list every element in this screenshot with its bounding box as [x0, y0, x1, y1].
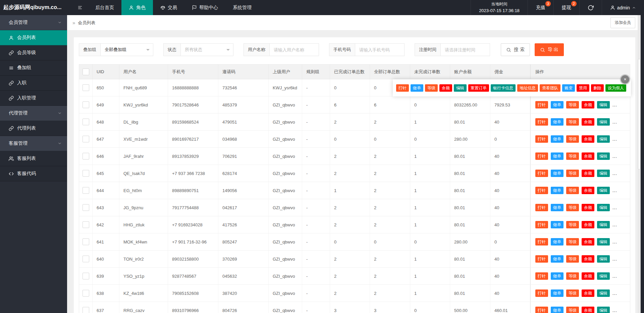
sidebar-group-客服管理[interactable]: 客服管理: [0, 136, 67, 151]
action-button-编辑[interactable]: 编辑: [597, 118, 610, 126]
more-actions-button[interactable]: ...: [612, 137, 617, 142]
top-nav-item[interactable]: 角色: [121, 0, 153, 15]
action-button-等级[interactable]: 等级: [566, 118, 579, 126]
withdraw-button[interactable]: 提现 2: [553, 0, 579, 15]
row-checkbox[interactable]: [83, 221, 89, 228]
row-checkbox[interactable]: [83, 290, 89, 297]
top-nav-item[interactable]: 交易: [153, 0, 184, 15]
row-checkbox[interactable]: [83, 84, 89, 91]
action-button-余额[interactable]: 余额: [582, 204, 594, 211]
action-button-做单[interactable]: 做单: [551, 135, 564, 143]
row-checkbox[interactable]: [83, 273, 89, 279]
row-checkbox[interactable]: [83, 170, 89, 177]
action-button-打针[interactable]: 打针: [535, 307, 548, 313]
top-nav-item[interactable]: 系统管理: [225, 0, 259, 15]
more-actions-button[interactable]: ...: [612, 188, 617, 193]
action-button-重置订单[interactable]: 重置订单: [468, 84, 489, 92]
action-button-编辑[interactable]: 编辑: [597, 152, 610, 160]
action-button-余额[interactable]: 余额: [582, 307, 594, 313]
action-button-做单[interactable]: 做单: [551, 238, 564, 245]
action-button-等级[interactable]: 等级: [566, 272, 579, 280]
row-checkbox[interactable]: [83, 119, 89, 125]
more-actions-button[interactable]: ...: [612, 257, 617, 262]
sidebar-item-叠加组[interactable]: 叠加组: [0, 60, 67, 76]
more-actions-button[interactable]: ...: [612, 308, 617, 313]
action-button-做单[interactable]: 做单: [551, 152, 564, 160]
action-button-编辑[interactable]: 编辑: [597, 170, 610, 177]
action-button-等级[interactable]: 等级: [566, 152, 579, 160]
action-button-做单[interactable]: 做单: [551, 101, 564, 108]
recharge-button[interactable]: 充值 3: [528, 0, 553, 15]
action-button-等级[interactable]: 等级: [566, 307, 579, 313]
action-button-打针[interactable]: 打针: [396, 84, 409, 92]
action-button-余额[interactable]: 余额: [582, 221, 594, 228]
reg-time-input[interactable]: [440, 43, 490, 56]
action-button-删除[interactable]: 删除: [591, 84, 604, 92]
action-button-查看团队[interactable]: 查看团队: [540, 84, 560, 92]
sidebar-item-会员列表[interactable]: 会员列表: [0, 30, 67, 45]
add-member-button[interactable]: 添加会员: [610, 17, 635, 28]
action-button-禁用[interactable]: 禁用: [577, 84, 589, 92]
action-button-等级[interactable]: 等级: [566, 255, 579, 263]
action-button-等级[interactable]: 等级: [566, 221, 579, 228]
action-button-余额[interactable]: 余额: [582, 118, 594, 126]
top-nav-item[interactable]: 帮助中心: [184, 0, 225, 15]
action-button-余额[interactable]: 余额: [582, 135, 594, 143]
more-actions-button[interactable]: ...: [612, 102, 617, 107]
action-button-余额[interactable]: 余额: [582, 255, 594, 263]
action-button-等级[interactable]: 等级: [566, 170, 579, 177]
action-button-编辑[interactable]: 编辑: [597, 101, 610, 108]
action-button-等级[interactable]: 等级: [566, 289, 579, 297]
top-nav-item[interactable]: 后台首页: [88, 0, 121, 15]
sidebar-group-代理管理[interactable]: 代理管理: [0, 106, 67, 121]
action-button-编辑[interactable]: 编辑: [597, 135, 610, 143]
action-button-打针[interactable]: 打针: [535, 170, 548, 177]
action-button-余额[interactable]: 余额: [582, 101, 594, 108]
action-button-余额[interactable]: 余额: [582, 170, 594, 177]
sidebar-item-入职管理[interactable]: 入职管理: [0, 91, 67, 106]
username-input[interactable]: [269, 43, 319, 56]
action-button-编辑[interactable]: 编辑: [597, 289, 610, 297]
row-checkbox[interactable]: [83, 101, 89, 108]
action-button-做单[interactable]: 做单: [411, 84, 423, 92]
action-button-编辑[interactable]: 编辑: [597, 187, 610, 194]
user-menu[interactable]: admin: [602, 0, 644, 15]
more-actions-button[interactable]: ...: [612, 274, 617, 279]
action-button-打针[interactable]: 打针: [535, 255, 548, 263]
more-actions-button[interactable]: ...: [612, 120, 617, 125]
action-button-等级[interactable]: 等级: [566, 187, 579, 194]
action-button-编辑[interactable]: 编辑: [597, 204, 610, 211]
row-checkbox[interactable]: [83, 204, 89, 211]
action-button-打针[interactable]: 打针: [535, 221, 548, 228]
row-checkbox[interactable]: [83, 307, 89, 313]
action-button-打针[interactable]: 打针: [535, 289, 548, 297]
sidebar-item-代理列表[interactable]: 代理列表: [0, 121, 67, 136]
sidebar-toggle-button[interactable]: [72, 0, 88, 15]
action-button-打针[interactable]: 打针: [535, 204, 548, 211]
select-all-checkbox[interactable]: [83, 69, 89, 75]
action-button-打针[interactable]: 打针: [535, 135, 548, 143]
action-button-银行卡信息[interactable]: 银行卡信息: [491, 84, 516, 92]
sidebar-item-客服代码[interactable]: 客服代码: [0, 166, 67, 181]
action-button-编辑[interactable]: 编辑: [597, 272, 610, 280]
action-button-做单[interactable]: 做单: [551, 118, 564, 126]
more-actions-button[interactable]: ...: [612, 239, 617, 244]
action-button-做单[interactable]: 做单: [551, 221, 564, 228]
action-button-打针[interactable]: 打针: [535, 118, 548, 126]
action-button-余额[interactable]: 余额: [582, 187, 594, 194]
action-button-余额[interactable]: 余额: [582, 152, 594, 160]
action-button-等级[interactable]: 等级: [566, 204, 579, 211]
action-button-打针[interactable]: 打针: [535, 152, 548, 160]
more-actions-button[interactable]: ...: [612, 291, 617, 296]
overlay-group-select[interactable]: 全部叠加组: [100, 43, 153, 56]
action-button-等级[interactable]: 等级: [566, 238, 579, 245]
action-button-打针[interactable]: 打针: [535, 272, 548, 280]
action-button-余额[interactable]: 余额: [582, 272, 594, 280]
action-button-做单[interactable]: 做单: [551, 255, 564, 263]
action-button-编辑[interactable]: 编辑: [597, 221, 610, 228]
action-button-做单[interactable]: 做单: [551, 307, 564, 313]
action-button-余额[interactable]: 余额: [582, 289, 594, 297]
row-checkbox[interactable]: [83, 256, 89, 262]
action-button-做单[interactable]: 做单: [551, 187, 564, 194]
action-button-做单[interactable]: 做单: [551, 289, 564, 297]
